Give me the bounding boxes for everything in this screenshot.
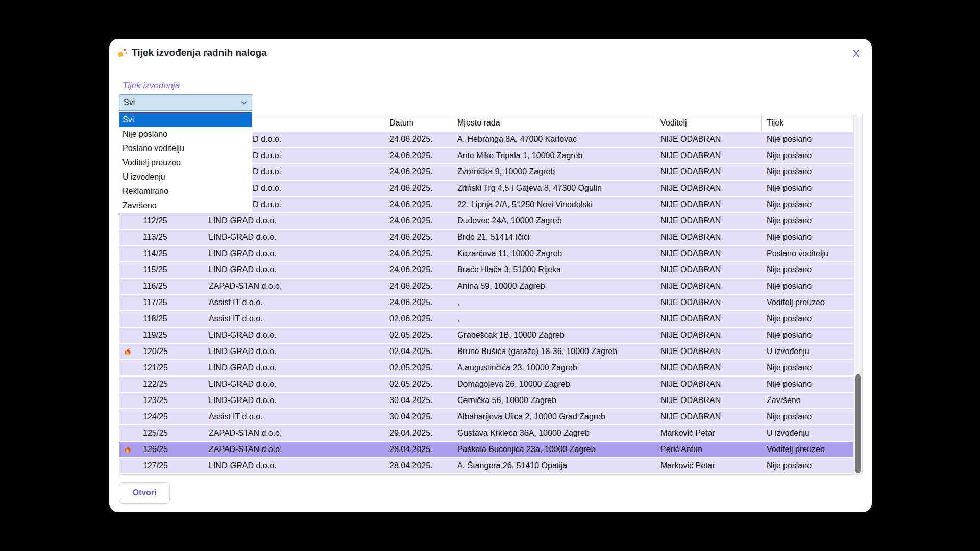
cell-status: Nije poslano — [762, 458, 853, 473]
dropdown-option[interactable]: Reklamirano — [119, 184, 252, 198]
cell-manager: NIJE ODABRAN — [655, 279, 762, 294]
cell-status: Nije poslano — [762, 279, 853, 294]
order-number: 120/25 — [143, 347, 168, 356]
cell-status: Završeno — [762, 393, 853, 408]
cell-date: 24.06.2025. — [384, 230, 452, 245]
close-button[interactable]: X — [853, 48, 860, 59]
cell-status: Nije poslano — [762, 262, 853, 278]
table-row[interactable]: 116/25ZAPAD-STAN d.o.o.24.06.2025.Anina … — [119, 279, 853, 294]
cell-manager: NIJE ODABRAN — [655, 132, 762, 147]
table-row[interactable]: 125/25ZAPAD-STAN d.o.o.29.04.2025.Gustav… — [119, 425, 853, 441]
cell-manager: NIJE ODABRAN — [655, 377, 762, 392]
cell-date: 02.04.2025. — [384, 344, 452, 359]
order-number: 122/25 — [143, 380, 168, 388]
cell-status: Voditelj preuzeo — [762, 442, 853, 457]
cell-status: Poslano voditelju — [762, 246, 853, 261]
cell-status: Nije poslano — [762, 213, 853, 229]
cell-number: 115/25 — [119, 262, 204, 278]
title-bar: Tijek izvođenja radnih naloga — [117, 47, 267, 58]
table-row[interactable]: 123/25LIND-GRAD d.o.o.30.04.2025.Cerničk… — [119, 393, 853, 408]
cell-manager: NIJE ODABRAN — [655, 230, 762, 245]
cell-date: 02.05.2025. — [384, 377, 452, 392]
cell-number: 121/25 — [119, 360, 204, 375]
dropdown-option[interactable]: U izvođenju — [119, 170, 252, 184]
tijek-filter-select[interactable]: Svi — [119, 94, 252, 111]
table-row[interactable]: 121/25LIND-GRAD d.o.o.02.05.2025.A.augus… — [119, 360, 853, 375]
chevron-down-icon — [241, 101, 247, 105]
column-header-voditelj[interactable]: Voditelj — [655, 115, 762, 131]
table-row[interactable]: 117/25Assist IT d.o.o.24.06.2025.,NIJE O… — [119, 295, 853, 310]
fire-icon — [124, 445, 132, 454]
cell-date: 30.04.2025. — [384, 393, 452, 408]
table-row[interactable]: 112/25LIND-GRAD d.o.o.24.06.2025.Dudovec… — [119, 213, 853, 229]
order-number: 123/25 — [143, 396, 168, 405]
cell-manager: NIJE ODABRAN — [655, 148, 762, 163]
order-number: 126/25 — [143, 445, 168, 454]
table-row[interactable]: 118/25Assist IT d.o.o.02.06.2025.,NIJE O… — [119, 311, 853, 327]
dropdown-option[interactable]: Svi — [119, 113, 252, 127]
cell-company: LIND-GRAD d.o.o. — [204, 213, 384, 229]
cell-date: 30.04.2025. — [384, 409, 452, 424]
column-header-datum[interactable]: Datum — [384, 115, 452, 131]
cell-company: LIND-GRAD d.o.o. — [204, 328, 384, 343]
order-number: 114/25 — [143, 249, 167, 258]
cell-company: ZAPAD-STAN d.o.o. — [204, 442, 384, 457]
table-row[interactable]: 120/25LIND-GRAD d.o.o.02.04.2025.Brune B… — [119, 344, 853, 359]
order-number: 115/25 — [143, 265, 167, 274]
cell-number: 117/25 — [119, 295, 204, 310]
cell-location: A. Hebranga 8A, 47000 Karlovac — [452, 132, 655, 147]
cell-status: U izvođenju — [762, 344, 853, 359]
cell-manager: NIJE ODABRAN — [655, 164, 762, 180]
cell-status: Nije poslano — [762, 181, 853, 196]
order-number: 124/25 — [143, 412, 168, 421]
column-header-mjesto-rada[interactable]: Mjesto rada — [452, 115, 655, 131]
cell-company: LIND-GRAD d.o.o. — [204, 360, 384, 375]
open-button[interactable]: Otvori — [119, 482, 170, 504]
cell-date: 24.06.2025. — [384, 164, 452, 180]
column-header-tijek[interactable]: Tijek — [762, 115, 853, 131]
cell-date: 02.06.2025. — [384, 311, 452, 327]
cell-status: Nije poslano — [762, 377, 853, 392]
vertical-scrollbar[interactable] — [853, 115, 862, 474]
table-row[interactable]: 113/25LIND-GRAD d.o.o.24.06.2025.Brdo 21… — [119, 230, 853, 245]
cell-date: 29.04.2025. — [384, 425, 452, 441]
cell-company: ZAPAD-STAN d.o.o. — [204, 279, 384, 294]
dropdown-option[interactable]: Završeno — [119, 198, 252, 213]
dropdown-option[interactable]: Voditelj preuzeo — [119, 156, 252, 170]
table-row[interactable]: 119/25LIND-GRAD d.o.o.02.05.2025.Grabešć… — [119, 328, 853, 343]
cell-manager: Marković Petar — [655, 458, 762, 473]
cell-date: 24.06.2025. — [384, 295, 452, 310]
cell-number: 125/25 — [119, 425, 204, 441]
scrollbar-thumb[interactable] — [855, 374, 861, 473]
cell-status: Nije poslano — [762, 132, 853, 147]
table-row[interactable]: 127/25LIND-GRAD d.o.o.28.04.2025.A. Štan… — [119, 458, 853, 473]
app-icon — [117, 47, 128, 58]
cell-company: LIND-GRAD d.o.o. — [204, 458, 384, 473]
cell-date: 24.06.2025. — [384, 181, 452, 196]
cell-date: 24.06.2025. — [384, 279, 452, 294]
table-row[interactable]: 124/25Assist IT d.o.o.30.04.2025.Albahar… — [119, 409, 853, 424]
cell-status: Nije poslano — [762, 311, 853, 327]
table-row[interactable]: 122/25LIND-GRAD d.o.o.02.05.2025.Domagoj… — [119, 377, 853, 392]
cell-manager: NIJE ODABRAN — [655, 393, 762, 408]
cell-company: LIND-GRAD d.o.o. — [204, 246, 384, 261]
table-row[interactable]: 115/25LIND-GRAD d.o.o.24.06.2025.Braće H… — [119, 262, 853, 278]
table-row[interactable]: 126/25ZAPAD-STAN d.o.o.28.04.2025.Paškal… — [119, 442, 853, 457]
cell-date: 02.05.2025. — [384, 328, 452, 343]
cell-status: Nije poslano — [762, 148, 853, 163]
cell-location: Zvornička 9, 10000 Zagreb — [452, 164, 655, 180]
cell-number: 116/25 — [119, 279, 204, 294]
cell-date: 24.06.2025. — [384, 213, 452, 229]
cell-date: 24.06.2025. — [384, 197, 452, 212]
cell-manager: NIJE ODABRAN — [655, 181, 762, 196]
cell-date: 28.04.2025. — [384, 442, 452, 457]
dropdown-option[interactable]: Poslano voditelju — [119, 141, 252, 156]
order-number: 113/25 — [143, 233, 167, 241]
cell-date: 24.06.2025. — [384, 262, 452, 278]
cell-location: Zrinski Trg 4,5 I Gajeva 8, 47300 Ogulin — [452, 181, 655, 196]
order-number: 121/25 — [143, 363, 168, 372]
cell-date: 24.06.2025. — [384, 246, 452, 261]
cell-number: 120/25 — [119, 344, 204, 359]
dropdown-option[interactable]: Nije poslano — [119, 127, 252, 141]
table-row[interactable]: 114/25LIND-GRAD d.o.o.24.06.2025.Kozarče… — [119, 246, 853, 261]
